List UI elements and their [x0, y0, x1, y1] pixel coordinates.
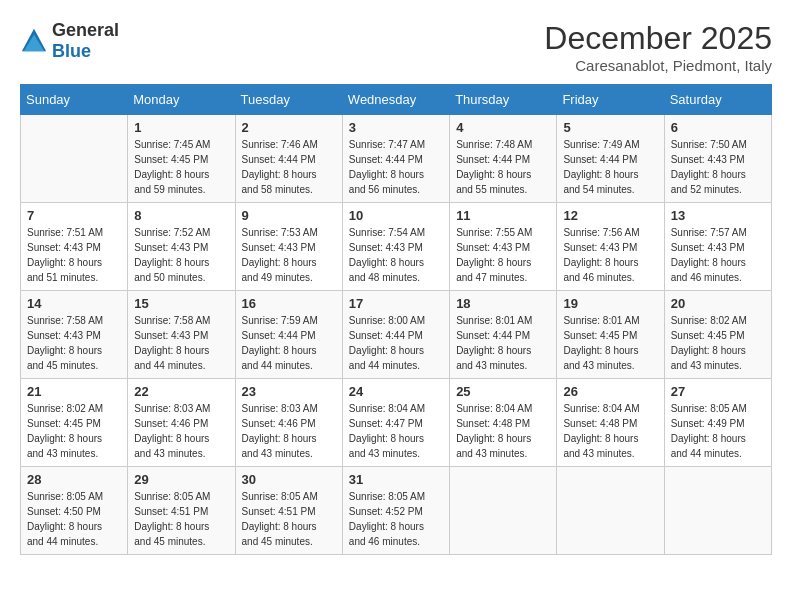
- day-info: Sunrise: 8:02 AMSunset: 4:45 PMDaylight:…: [27, 401, 121, 461]
- day-info: Sunrise: 8:05 AMSunset: 4:51 PMDaylight:…: [242, 489, 336, 549]
- table-cell: 28Sunrise: 8:05 AMSunset: 4:50 PMDayligh…: [21, 467, 128, 555]
- table-cell: 3Sunrise: 7:47 AMSunset: 4:44 PMDaylight…: [342, 115, 449, 203]
- table-cell: 11Sunrise: 7:55 AMSunset: 4:43 PMDayligh…: [450, 203, 557, 291]
- day-number: 2: [242, 120, 336, 135]
- day-number: 19: [563, 296, 657, 311]
- day-number: 12: [563, 208, 657, 223]
- table-cell: 13Sunrise: 7:57 AMSunset: 4:43 PMDayligh…: [664, 203, 771, 291]
- day-info: Sunrise: 7:50 AMSunset: 4:43 PMDaylight:…: [671, 137, 765, 197]
- logo-icon: [20, 27, 48, 55]
- day-info: Sunrise: 8:03 AMSunset: 4:46 PMDaylight:…: [134, 401, 228, 461]
- table-cell: [664, 467, 771, 555]
- day-info: Sunrise: 7:56 AMSunset: 4:43 PMDaylight:…: [563, 225, 657, 285]
- table-cell: [21, 115, 128, 203]
- day-number: 3: [349, 120, 443, 135]
- day-number: 11: [456, 208, 550, 223]
- day-info: Sunrise: 7:57 AMSunset: 4:43 PMDaylight:…: [671, 225, 765, 285]
- day-number: 23: [242, 384, 336, 399]
- table-cell: [557, 467, 664, 555]
- day-info: Sunrise: 8:04 AMSunset: 4:48 PMDaylight:…: [456, 401, 550, 461]
- day-number: 4: [456, 120, 550, 135]
- logo-blue: Blue: [52, 41, 91, 61]
- day-info: Sunrise: 8:01 AMSunset: 4:45 PMDaylight:…: [563, 313, 657, 373]
- day-info: Sunrise: 8:00 AMSunset: 4:44 PMDaylight:…: [349, 313, 443, 373]
- week-row-2: 7Sunrise: 7:51 AMSunset: 4:43 PMDaylight…: [21, 203, 772, 291]
- header-row: SundayMondayTuesdayWednesdayThursdayFrid…: [21, 85, 772, 115]
- table-cell: 27Sunrise: 8:05 AMSunset: 4:49 PMDayligh…: [664, 379, 771, 467]
- table-cell: 25Sunrise: 8:04 AMSunset: 4:48 PMDayligh…: [450, 379, 557, 467]
- day-info: Sunrise: 7:59 AMSunset: 4:44 PMDaylight:…: [242, 313, 336, 373]
- day-number: 8: [134, 208, 228, 223]
- table-cell: 6Sunrise: 7:50 AMSunset: 4:43 PMDaylight…: [664, 115, 771, 203]
- table-cell: 21Sunrise: 8:02 AMSunset: 4:45 PMDayligh…: [21, 379, 128, 467]
- week-row-5: 28Sunrise: 8:05 AMSunset: 4:50 PMDayligh…: [21, 467, 772, 555]
- week-row-1: 1Sunrise: 7:45 AMSunset: 4:45 PMDaylight…: [21, 115, 772, 203]
- table-cell: 1Sunrise: 7:45 AMSunset: 4:45 PMDaylight…: [128, 115, 235, 203]
- day-info: Sunrise: 7:49 AMSunset: 4:44 PMDaylight:…: [563, 137, 657, 197]
- calendar-header: SundayMondayTuesdayWednesdayThursdayFrid…: [21, 85, 772, 115]
- day-info: Sunrise: 8:05 AMSunset: 4:49 PMDaylight:…: [671, 401, 765, 461]
- table-cell: 19Sunrise: 8:01 AMSunset: 4:45 PMDayligh…: [557, 291, 664, 379]
- day-info: Sunrise: 8:04 AMSunset: 4:48 PMDaylight:…: [563, 401, 657, 461]
- day-number: 15: [134, 296, 228, 311]
- day-info: Sunrise: 7:52 AMSunset: 4:43 PMDaylight:…: [134, 225, 228, 285]
- day-info: Sunrise: 8:05 AMSunset: 4:50 PMDaylight:…: [27, 489, 121, 549]
- day-number: 25: [456, 384, 550, 399]
- day-number: 31: [349, 472, 443, 487]
- day-number: 7: [27, 208, 121, 223]
- day-info: Sunrise: 8:01 AMSunset: 4:44 PMDaylight:…: [456, 313, 550, 373]
- day-number: 22: [134, 384, 228, 399]
- week-row-3: 14Sunrise: 7:58 AMSunset: 4:43 PMDayligh…: [21, 291, 772, 379]
- month-title: December 2025: [544, 20, 772, 57]
- day-number: 13: [671, 208, 765, 223]
- day-number: 16: [242, 296, 336, 311]
- table-cell: 14Sunrise: 7:58 AMSunset: 4:43 PMDayligh…: [21, 291, 128, 379]
- day-info: Sunrise: 7:45 AMSunset: 4:45 PMDaylight:…: [134, 137, 228, 197]
- table-cell: 12Sunrise: 7:56 AMSunset: 4:43 PMDayligh…: [557, 203, 664, 291]
- table-cell: 24Sunrise: 8:04 AMSunset: 4:47 PMDayligh…: [342, 379, 449, 467]
- day-number: 9: [242, 208, 336, 223]
- header-friday: Friday: [557, 85, 664, 115]
- day-number: 1: [134, 120, 228, 135]
- header-thursday: Thursday: [450, 85, 557, 115]
- table-cell: 16Sunrise: 7:59 AMSunset: 4:44 PMDayligh…: [235, 291, 342, 379]
- day-info: Sunrise: 7:53 AMSunset: 4:43 PMDaylight:…: [242, 225, 336, 285]
- table-cell: 8Sunrise: 7:52 AMSunset: 4:43 PMDaylight…: [128, 203, 235, 291]
- day-number: 18: [456, 296, 550, 311]
- page-header: General Blue December 2025 Caresanablot,…: [20, 20, 772, 74]
- header-wednesday: Wednesday: [342, 85, 449, 115]
- table-cell: 5Sunrise: 7:49 AMSunset: 4:44 PMDaylight…: [557, 115, 664, 203]
- table-cell: 7Sunrise: 7:51 AMSunset: 4:43 PMDaylight…: [21, 203, 128, 291]
- day-number: 17: [349, 296, 443, 311]
- day-info: Sunrise: 7:48 AMSunset: 4:44 PMDaylight:…: [456, 137, 550, 197]
- calendar-table: SundayMondayTuesdayWednesdayThursdayFrid…: [20, 84, 772, 555]
- table-cell: 15Sunrise: 7:58 AMSunset: 4:43 PMDayligh…: [128, 291, 235, 379]
- day-info: Sunrise: 8:04 AMSunset: 4:47 PMDaylight:…: [349, 401, 443, 461]
- header-monday: Monday: [128, 85, 235, 115]
- day-info: Sunrise: 7:58 AMSunset: 4:43 PMDaylight:…: [134, 313, 228, 373]
- day-info: Sunrise: 8:05 AMSunset: 4:51 PMDaylight:…: [134, 489, 228, 549]
- day-info: Sunrise: 8:03 AMSunset: 4:46 PMDaylight:…: [242, 401, 336, 461]
- table-cell: 9Sunrise: 7:53 AMSunset: 4:43 PMDaylight…: [235, 203, 342, 291]
- table-cell: 31Sunrise: 8:05 AMSunset: 4:52 PMDayligh…: [342, 467, 449, 555]
- day-number: 6: [671, 120, 765, 135]
- day-number: 28: [27, 472, 121, 487]
- header-tuesday: Tuesday: [235, 85, 342, 115]
- calendar-body: 1Sunrise: 7:45 AMSunset: 4:45 PMDaylight…: [21, 115, 772, 555]
- day-info: Sunrise: 7:46 AMSunset: 4:44 PMDaylight:…: [242, 137, 336, 197]
- day-info: Sunrise: 7:47 AMSunset: 4:44 PMDaylight:…: [349, 137, 443, 197]
- day-info: Sunrise: 8:05 AMSunset: 4:52 PMDaylight:…: [349, 489, 443, 549]
- day-info: Sunrise: 7:54 AMSunset: 4:43 PMDaylight:…: [349, 225, 443, 285]
- table-cell: 10Sunrise: 7:54 AMSunset: 4:43 PMDayligh…: [342, 203, 449, 291]
- title-block: December 2025 Caresanablot, Piedmont, It…: [544, 20, 772, 74]
- table-cell: 20Sunrise: 8:02 AMSunset: 4:45 PMDayligh…: [664, 291, 771, 379]
- day-number: 27: [671, 384, 765, 399]
- table-cell: 26Sunrise: 8:04 AMSunset: 4:48 PMDayligh…: [557, 379, 664, 467]
- logo: General Blue: [20, 20, 119, 62]
- day-info: Sunrise: 7:51 AMSunset: 4:43 PMDaylight:…: [27, 225, 121, 285]
- day-number: 20: [671, 296, 765, 311]
- table-cell: 17Sunrise: 8:00 AMSunset: 4:44 PMDayligh…: [342, 291, 449, 379]
- table-cell: [450, 467, 557, 555]
- week-row-4: 21Sunrise: 8:02 AMSunset: 4:45 PMDayligh…: [21, 379, 772, 467]
- location-title: Caresanablot, Piedmont, Italy: [544, 57, 772, 74]
